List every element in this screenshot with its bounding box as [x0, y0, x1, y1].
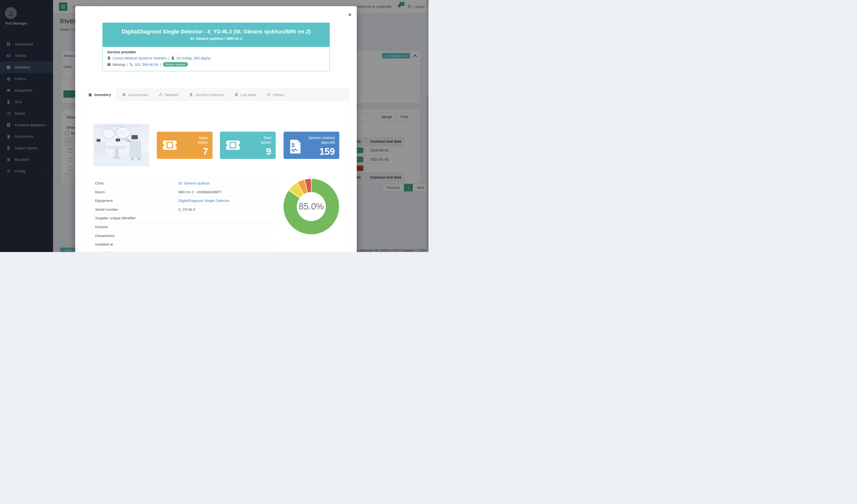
equipment-detail-modal: × DigitalDiagnost Single Detector - 3_YD…	[75, 6, 357, 252]
tab-service-contracts[interactable]: Service contracts	[184, 89, 229, 100]
building-icon	[107, 56, 111, 60]
detail-row: RoomMRI rm 2 - rmBWADABET	[93, 188, 276, 196]
detail-row: End of life at	[93, 249, 276, 252]
donut-chart: 85.0%	[284, 179, 339, 234]
detail-row: Supplier unique idenitfier	[93, 214, 276, 223]
donut-center-label: 85.0%	[299, 202, 324, 212]
detail-row: Serial number3_YD-8L3	[93, 205, 276, 214]
detail-row: Department	[93, 231, 276, 240]
detail-row: ClinicSt. Görans sjukhus	[93, 179, 276, 188]
provider-company-link[interactable]: Canon Medical Systems Sweden	[113, 56, 167, 60]
list-icon	[122, 92, 126, 97]
open-tickets-value: 7	[203, 146, 208, 157]
server-icon	[88, 93, 92, 97]
history-icon	[267, 92, 270, 97]
detail-row: Division	[93, 223, 276, 231]
provider-phone-link[interactable]: 031 389 80 50	[135, 63, 158, 67]
open-tickets-card[interactable]: Open tickets 7	[157, 132, 213, 159]
modal-title: DigitalDiagnost Single Detector - 3_YD-8…	[102, 29, 330, 35]
tab-network[interactable]: Network	[153, 89, 184, 100]
detail-row: Installed at	[93, 240, 276, 249]
tab-accessories[interactable]: Accessories	[117, 89, 154, 100]
phone-icon	[130, 63, 133, 66]
envelope-icon	[107, 63, 111, 66]
provider-availability-link[interactable]: 24 hr/day, 365 day/yr	[177, 56, 211, 60]
service-contract-days-card[interactable]: Service contract days left 159	[284, 132, 339, 159]
total-tickets-card[interactable]: Total tickets 9	[220, 132, 276, 159]
modal-tabbar: Inventory Accessories Network Service co…	[83, 89, 349, 101]
service-contract-badge: Service contract	[163, 62, 188, 67]
file-signature-icon	[289, 139, 301, 154]
total-tickets-value: 9	[266, 146, 271, 157]
clinic-link[interactable]: St. Görans sjukhus	[179, 181, 209, 185]
ticket-icon	[226, 139, 240, 151]
equipment-details-table: ClinicSt. Görans sjukhus RoomMRI rm 2 - …	[93, 179, 276, 252]
equipment-photo[interactable]	[93, 124, 149, 167]
modal-subtitle: St. Görans sjukhus / MRI rm 2	[102, 36, 330, 40]
modal-tab-panel: Inventory Accessories Network Service co…	[83, 89, 349, 252]
provider-email-status: Missing	[113, 63, 125, 67]
tab-log-book[interactable]: Log book	[229, 89, 261, 100]
file-chart-icon	[171, 56, 175, 60]
service-provider-box: Service provider Canon Medical Systems S…	[102, 47, 330, 71]
sitemap-icon	[159, 92, 163, 97]
close-icon[interactable]: ×	[348, 12, 351, 17]
ticket-icon	[163, 139, 177, 151]
inventory-tab-content: Open tickets 7 Total tickets 9	[83, 101, 349, 252]
service-provider-heading: Service provider	[107, 50, 325, 54]
tab-inventory[interactable]: Inventory	[83, 89, 117, 101]
equipment-link[interactable]: DigitalDiagnost Single Detector	[179, 198, 230, 203]
detail-row: EquipmentDigitalDiagnost Single Detector	[93, 196, 276, 205]
book-icon	[234, 92, 238, 97]
modal-banner: DigitalDiagnost Single Detector - 3_YD-8…	[102, 22, 330, 47]
contract-days-left-value: 159	[319, 146, 335, 157]
file-contract-icon	[189, 92, 193, 97]
tab-history[interactable]: History	[261, 89, 290, 100]
